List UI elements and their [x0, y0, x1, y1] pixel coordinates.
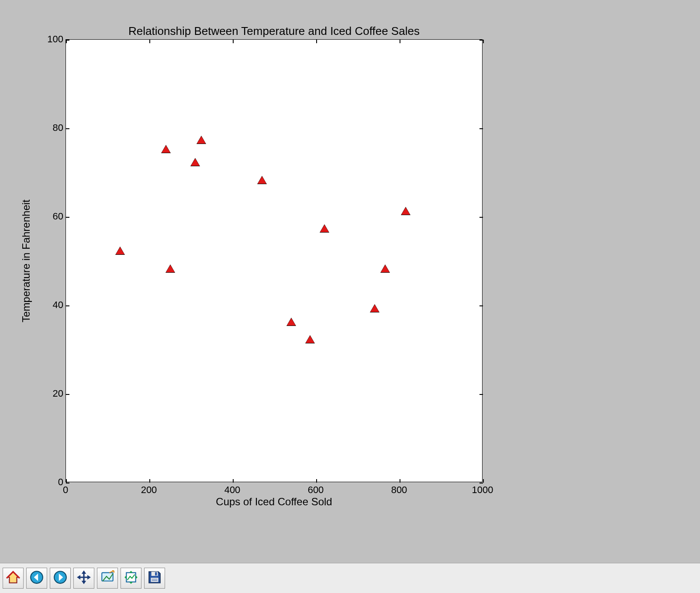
zoom-button[interactable]: [97, 568, 118, 589]
plot-area: [66, 39, 483, 482]
data-point: [320, 225, 329, 232]
data-point: [191, 158, 200, 166]
move-icon: [76, 570, 91, 586]
data-point: [306, 336, 314, 343]
y-tick-label: 40: [37, 299, 63, 311]
data-point: [401, 207, 410, 215]
x-tick-label: 800: [391, 484, 407, 496]
pan-button[interactable]: [73, 568, 94, 589]
zoom-rect-icon: [100, 570, 115, 586]
data-point: [166, 265, 175, 272]
data-point: [162, 145, 170, 153]
svg-rect-6: [151, 578, 159, 582]
x-tick-label: 1000: [472, 484, 493, 496]
data-point: [116, 247, 124, 254]
home-button[interactable]: [3, 568, 24, 589]
arrow-right-icon: [53, 570, 68, 586]
x-tick-label: 0: [63, 484, 68, 496]
forward-button[interactable]: [50, 568, 71, 589]
x-tick-label: 400: [224, 484, 241, 496]
data-point: [287, 318, 296, 326]
data-point: [197, 136, 206, 144]
app-window: Relationship Between Temperature and Ice…: [0, 0, 700, 593]
x-tick-label: 200: [141, 484, 157, 496]
subplots-button[interactable]: [121, 568, 141, 589]
subplots-icon: [124, 570, 138, 586]
figure-canvas: Relationship Between Temperature and Ice…: [0, 0, 700, 563]
data-point: [258, 176, 266, 184]
y-tick-label: 80: [37, 122, 63, 134]
data-point: [370, 305, 379, 312]
y-axis-label: Temperature in Fahrenheit: [17, 39, 35, 482]
y-tick-label: 0: [37, 476, 63, 488]
x-tick-label: 600: [308, 484, 324, 496]
save-button[interactable]: [144, 568, 165, 589]
y-tick-label: 100: [37, 34, 63, 45]
home-icon: [6, 570, 21, 586]
y-tick-label: 60: [37, 211, 63, 222]
back-button[interactable]: [26, 568, 47, 589]
save-icon: [147, 570, 162, 586]
chart-title: Relationship Between Temperature and Ice…: [66, 24, 483, 38]
data-point: [381, 265, 390, 272]
navigation-toolbar: [0, 563, 700, 593]
svg-rect-5: [155, 572, 157, 575]
y-tick-label: 20: [37, 388, 63, 399]
x-axis-label: Cups of Iced Coffee Sold: [66, 496, 483, 508]
arrow-left-icon: [29, 570, 44, 586]
